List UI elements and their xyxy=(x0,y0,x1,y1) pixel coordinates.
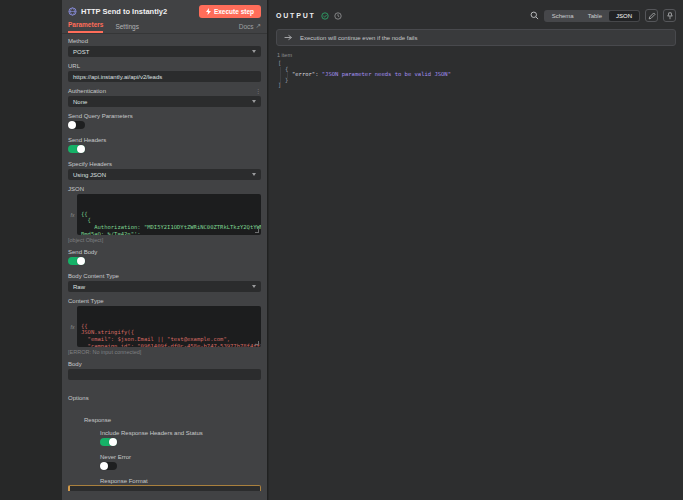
field-body-content-type: Body Content Type Raw xyxy=(68,273,261,292)
continue-on-fail-banner: Execution will continue even if the node… xyxy=(276,29,676,46)
http-node-globe-icon xyxy=(68,7,77,16)
field-authentication: Authentication ⋮ None xyxy=(68,88,261,107)
response-group: Response xyxy=(84,408,261,426)
field-method: Method POST xyxy=(68,38,261,57)
response-group-label: Response xyxy=(84,417,111,423)
include-headers-toggle[interactable] xyxy=(100,438,117,446)
chevron-down-icon xyxy=(252,173,256,176)
content-type-code-editor[interactable]: {{JSON.stringify({ "email": $json.Email … xyxy=(77,306,261,347)
json-key: "error": xyxy=(292,71,319,77)
send-query-label: Send Query Parameters xyxy=(68,113,261,119)
expression-fx-icon[interactable]: fx xyxy=(68,194,77,235)
content-type-label: Content Type xyxy=(68,298,261,304)
never-error-label: Never Error xyxy=(100,454,261,460)
field-send-headers: Send Headers xyxy=(68,137,261,153)
body-content-type-select[interactable]: Raw xyxy=(68,281,261,292)
url-input[interactable]: https://api.instantly.ai/api/v2/leads xyxy=(68,71,261,82)
send-headers-toggle[interactable] xyxy=(68,145,85,153)
include-headers-label: Include Response Headers and Status xyxy=(100,430,261,436)
view-tab-json[interactable]: JSON xyxy=(609,11,639,21)
arrow-right-icon xyxy=(284,34,293,41)
output-header: OUTPUT Schema Table JSON xyxy=(269,0,683,29)
resize-grip-icon[interactable] xyxy=(255,229,259,233)
output-panel: OUTPUT Schema Table JSON xyxy=(269,0,683,500)
view-tab-schema[interactable]: Schema xyxy=(545,11,581,21)
docs-link[interactable]: Docs↗ xyxy=(239,22,261,33)
field-send-body: Send Body xyxy=(68,249,261,265)
json-code-editor[interactable]: {{ { Authorization: "MDI5Y2I1ODYtZWRiNC0… xyxy=(77,194,261,235)
view-tab-table[interactable]: Table xyxy=(581,11,609,21)
edit-output-button[interactable] xyxy=(645,9,658,22)
tab-bar: Parameters Settings Docs↗ xyxy=(62,21,267,34)
authentication-label: Authentication xyxy=(68,88,106,94)
field-include-headers: Include Response Headers and Status xyxy=(100,430,261,446)
parameters-form: Method POST URL https://api.instantly.ai… xyxy=(62,34,267,491)
pencil-icon xyxy=(648,12,656,20)
field-body: Body xyxy=(68,361,261,380)
execution-time-clock-icon xyxy=(334,12,342,20)
content-type-error-hint: [ERROR: No input connected] xyxy=(68,349,261,355)
never-error-toggle[interactable] xyxy=(100,462,117,470)
chevron-down-icon xyxy=(252,50,256,53)
send-body-toggle[interactable] xyxy=(68,257,85,265)
cropped-focused-input[interactable] xyxy=(68,485,261,491)
specify-headers-label: Specify Headers xyxy=(68,161,261,167)
node-header: HTTP Send to Instantly2 Execute step xyxy=(62,0,267,21)
body-label: Body xyxy=(68,361,261,367)
response-format-label: Response Format xyxy=(100,478,261,484)
method-label: Method xyxy=(68,38,261,44)
output-title: OUTPUT xyxy=(276,12,316,19)
tab-settings[interactable]: Settings xyxy=(115,23,139,33)
field-content-type: Content Type fx {{JSON.stringify({ "emai… xyxy=(68,298,261,355)
json-value: "JSON parameter needs to be valid JSON" xyxy=(322,71,451,77)
bolt-icon xyxy=(206,8,211,15)
options-dots-icon[interactable]: ⋮ xyxy=(255,88,261,94)
json-line: ] xyxy=(278,83,674,89)
chevron-down-icon xyxy=(252,100,256,103)
field-json: JSON fx {{ { Authorization: "MDI5Y2I1ODY… xyxy=(68,186,261,243)
options-label: Options xyxy=(68,395,89,401)
specify-headers-select[interactable]: Using JSON xyxy=(68,169,261,180)
body-input[interactable] xyxy=(68,369,261,380)
json-label: JSON xyxy=(68,186,261,192)
field-specify-headers: Specify Headers Using JSON xyxy=(68,161,261,180)
field-never-error: Never Error xyxy=(100,454,261,470)
search-icon[interactable] xyxy=(530,11,539,20)
resize-grip-icon[interactable] xyxy=(255,341,259,345)
field-url: URL https://api.instantly.ai/api/v2/lead… xyxy=(68,63,261,82)
tab-parameters[interactable]: Parameters xyxy=(68,21,103,33)
node-title: HTTP Send to Instantly2 xyxy=(81,7,167,16)
view-mode-switcher: Schema Table JSON xyxy=(544,10,640,22)
send-query-toggle[interactable] xyxy=(68,121,85,129)
body-content-type-label: Body Content Type xyxy=(68,273,261,279)
authentication-select[interactable]: None xyxy=(68,96,261,107)
send-body-label: Send Body xyxy=(68,249,261,255)
execute-step-button[interactable]: Execute step xyxy=(199,5,261,18)
chevron-down-icon xyxy=(252,285,256,288)
output-json-viewer[interactable]: [ { "error": "JSON parameter needs to be… xyxy=(269,61,683,89)
items-count: 1 item xyxy=(277,52,675,58)
expression-fx-icon[interactable]: fx xyxy=(68,306,77,347)
field-send-query: Send Query Parameters xyxy=(68,113,261,129)
url-label: URL xyxy=(68,63,261,69)
node-detail-panel: HTTP Send to Instantly2 Execute step Par… xyxy=(62,0,268,500)
success-check-icon xyxy=(321,12,329,20)
options-section: Options xyxy=(68,386,261,404)
pin-data-button[interactable] xyxy=(663,9,676,22)
method-select[interactable]: POST xyxy=(68,46,261,57)
json-eval-hint: [object Object] xyxy=(68,237,261,243)
send-headers-label: Send Headers xyxy=(68,137,261,143)
external-link-icon: ↗ xyxy=(256,22,261,30)
pin-icon xyxy=(666,12,674,20)
